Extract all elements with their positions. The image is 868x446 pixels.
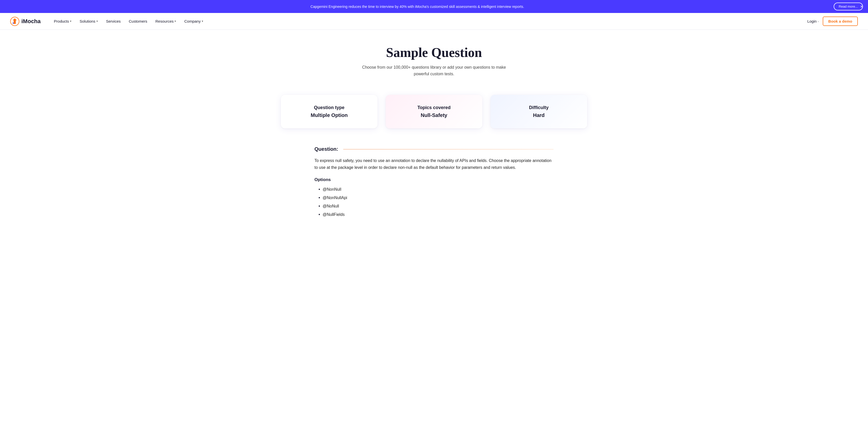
logo-text: iMocha [21, 18, 41, 25]
topics-covered-card: Topics covered Null-Safety [386, 95, 482, 128]
option-3: @NoNull [318, 202, 554, 211]
nav-customers-label: Customers [129, 19, 147, 23]
hero-section: Sample Question Choose from our 100,000+… [0, 30, 868, 87]
products-chevron-icon: ▾ [70, 20, 71, 23]
banner-text: Capgemini Engineering reduces the time t… [5, 5, 830, 9]
question-text: To express null safety, you need to use … [314, 157, 554, 171]
nav-solutions-label: Solutions [80, 19, 95, 23]
nav-products-label: Products [54, 19, 69, 23]
hero-subtitle: Choose from our 100,000+ questions libra… [358, 64, 510, 77]
banner-close-button[interactable]: × [860, 4, 863, 9]
topics-covered-value: Null-Safety [401, 113, 467, 118]
option-1: @NonNull [318, 185, 554, 194]
nav-right: Login › Book a demo [807, 17, 858, 26]
main-nav: iMocha Products ▾ Solutions ▾ Services C… [0, 13, 868, 30]
solutions-chevron-icon: ▾ [96, 20, 98, 23]
nav-item-resources[interactable]: Resources ▾ [152, 17, 179, 25]
nav-item-products[interactable]: Products ▾ [51, 17, 74, 25]
option-1-text: @NonNull [322, 187, 341, 192]
option-4-text: @NullFields [322, 212, 344, 217]
difficulty-value: Hard [506, 113, 572, 118]
resources-chevron-icon: ▾ [175, 20, 176, 23]
options-label: Options [314, 177, 554, 182]
book-demo-button[interactable]: Book a demo [823, 17, 858, 26]
logo-link[interactable]: iMocha [10, 17, 41, 26]
nav-services-label: Services [106, 19, 121, 23]
difficulty-card: Difficulty Hard [491, 95, 587, 128]
question-header: Question: [314, 146, 554, 152]
option-4: @NullFields [318, 211, 554, 219]
option-3-text: @NoNull [322, 204, 339, 209]
option-2-text: @NonNullApi [322, 195, 347, 200]
question-section: Question: To express null safety, you ne… [299, 141, 569, 234]
announcement-banner: Capgemini Engineering reduces the time t… [0, 0, 868, 13]
nav-item-services[interactable]: Services [103, 17, 124, 25]
login-chevron-icon: › [818, 20, 819, 23]
question-type-label: Question type [296, 105, 362, 110]
banner-cta-button[interactable]: Read more... [834, 3, 863, 10]
question-type-card: Question type Multiple Option [281, 95, 377, 128]
topics-covered-label: Topics covered [401, 105, 467, 110]
nav-item-solutions[interactable]: Solutions ▾ [76, 17, 101, 25]
info-cards-row: Question type Multiple Option Topics cov… [269, 87, 599, 141]
nav-links: Products ▾ Solutions ▾ Services Customer… [51, 17, 807, 25]
company-chevron-icon: ▾ [202, 20, 203, 23]
login-label: Login [807, 19, 816, 23]
nav-company-label: Company [184, 19, 200, 23]
login-button[interactable]: Login › [807, 19, 818, 23]
difficulty-label: Difficulty [506, 105, 572, 110]
question-label: Question: [314, 146, 338, 152]
nav-item-company[interactable]: Company ▾ [181, 17, 206, 25]
question-type-value: Multiple Option [296, 113, 362, 118]
logo-icon [10, 17, 19, 26]
nav-resources-label: Resources [155, 19, 174, 23]
options-list: @NonNull @NonNullApi @NoNull @NullFields [314, 185, 554, 219]
nav-item-customers[interactable]: Customers [126, 17, 150, 25]
hero-title: Sample Question [5, 45, 863, 60]
question-divider-line [343, 149, 554, 150]
option-2: @NonNullApi [318, 194, 554, 202]
